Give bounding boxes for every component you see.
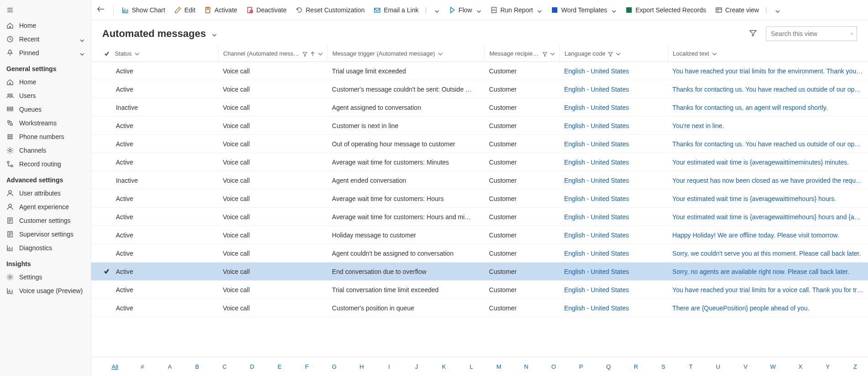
cell-language[interactable]: English - United States: [560, 268, 668, 275]
cell-language[interactable]: English - United States: [560, 122, 668, 129]
cell-localized[interactable]: Sorry, we couldn't serve you at this mom…: [668, 250, 868, 257]
nav-item-pinned[interactable]: Pinned: [0, 46, 91, 60]
cell-language[interactable]: English - United States: [560, 232, 668, 239]
table-row[interactable]: Active Voice call Holiday message to cus…: [91, 226, 868, 244]
pager-f[interactable]: F: [294, 363, 320, 370]
cell-localized[interactable]: You have reached your trial limits for t…: [668, 67, 868, 75]
cell-language[interactable]: English - United States: [560, 250, 668, 257]
create-view-dropdown[interactable]: [769, 5, 785, 15]
email-a-link-dropdown[interactable]: [428, 5, 444, 15]
column-header-localized[interactable]: Localized text: [668, 46, 868, 62]
filter-button[interactable]: [749, 30, 757, 38]
table-row[interactable]: Active Voice call Agent couldn't be assi…: [91, 244, 868, 263]
pager-o[interactable]: O: [541, 363, 567, 370]
pager-r[interactable]: R: [623, 363, 649, 370]
cell-localized[interactable]: Sorry, no agents are available right now…: [668, 268, 868, 275]
export-selected-records-button[interactable]: X Export Selected Records: [621, 4, 711, 16]
cell-language[interactable]: English - United States: [560, 104, 668, 111]
cell-language[interactable]: English - United States: [560, 213, 668, 221]
flow-button[interactable]: Flow: [444, 4, 486, 16]
table-row[interactable]: Active Voice call Customer is next in li…: [91, 117, 868, 135]
cell-localized[interactable]: Your estimated wait time is {averagewait…: [668, 195, 868, 202]
run-report-button[interactable]: Run Report: [486, 4, 547, 16]
nav-item-phone-numbers[interactable]: Phone numbers: [0, 130, 91, 144]
table-row[interactable]: Active Voice call Trial conversation tim…: [91, 281, 868, 299]
pager-e[interactable]: E: [267, 363, 292, 370]
cell-localized[interactable]: Happy Holiday! We are offline today. Ple…: [668, 232, 868, 239]
pager-i[interactable]: I: [376, 363, 402, 370]
pager-z[interactable]: Z: [842, 363, 868, 370]
column-header-trigger[interactable]: Message trigger (Automated message): [327, 46, 484, 62]
pager-d[interactable]: D: [239, 363, 265, 370]
table-row[interactable]: Active Voice call Average wait time for …: [91, 208, 868, 226]
pager-n[interactable]: N: [514, 363, 539, 370]
nav-item-customer-settings[interactable]: Customer settings: [0, 214, 91, 227]
cell-localized[interactable]: Your request has now been closed as we h…: [668, 177, 868, 184]
pager-p[interactable]: P: [568, 363, 594, 370]
pager-x[interactable]: X: [788, 363, 813, 370]
cell-localized[interactable]: There are {QueuePosition} people ahead o…: [668, 304, 868, 312]
activate-button[interactable]: Activate: [200, 4, 242, 16]
pager-t[interactable]: T: [678, 363, 703, 370]
cell-language[interactable]: English - United States: [560, 177, 668, 184]
edit-button[interactable]: Edit: [170, 4, 200, 16]
pager-m[interactable]: M: [486, 363, 512, 370]
table-row[interactable]: Active Voice call Out of operating hour …: [91, 135, 868, 153]
pager-g[interactable]: G: [322, 363, 347, 370]
table-row[interactable]: Active Voice call Average wait time for …: [91, 190, 868, 208]
pager-k[interactable]: K: [431, 363, 457, 370]
cell-language[interactable]: English - United States: [560, 304, 668, 312]
nav-item-queues[interactable]: Queues: [0, 103, 91, 116]
create-view-button[interactable]: Create view: [711, 4, 764, 16]
cell-localized[interactable]: Thanks for contacting us, an agent will …: [668, 104, 868, 111]
pager-q[interactable]: Q: [596, 363, 621, 370]
row-checkbox[interactable]: [102, 268, 111, 274]
nav-item-voice-usage-preview-[interactable]: Voice usage (Preview): [0, 284, 91, 298]
nav-item-home[interactable]: Home: [0, 19, 91, 32]
nav-item-channels[interactable]: Channels: [0, 144, 91, 157]
table-row[interactable]: Active Voice call End conversation due t…: [91, 263, 868, 281]
nav-item-home[interactable]: Home: [0, 75, 91, 89]
cell-localized[interactable]: Your estimated wait time is {averagewait…: [668, 213, 868, 221]
column-header-status[interactable]: Status: [111, 46, 218, 62]
reset-customization-button[interactable]: Reset Customization: [291, 4, 369, 16]
nav-item-supervisor-settings[interactable]: Supervisor settings: [0, 227, 91, 241]
deactivate-button[interactable]: Deactivate: [242, 4, 291, 16]
nav-item-agent-experience[interactable]: Agent experience: [0, 200, 91, 214]
pager-a[interactable]: A: [157, 363, 182, 370]
cell-language[interactable]: English - United States: [560, 140, 668, 148]
column-header-recipient[interactable]: Message recipient (…: [484, 46, 560, 62]
nav-item-diagnostics[interactable]: Diagnostics: [0, 241, 91, 255]
pager-h[interactable]: H: [349, 363, 374, 370]
nav-collapse-button[interactable]: [0, 3, 91, 19]
pager-c[interactable]: C: [212, 363, 237, 370]
table-row[interactable]: Active Voice call Customer's position in…: [91, 299, 868, 317]
cell-localized[interactable]: You're next in line.: [668, 122, 868, 129]
cell-localized[interactable]: Your estimated wait time is {averagewait…: [668, 159, 868, 166]
table-row[interactable]: Inactive Voice call Agent ended conversa…: [91, 171, 868, 190]
search-box[interactable]: [766, 26, 857, 41]
pager-s[interactable]: S: [650, 363, 676, 370]
cell-language[interactable]: English - United States: [560, 195, 668, 202]
nav-item-record-routing[interactable]: Record routing: [0, 157, 91, 171]
cell-language[interactable]: English - United States: [560, 159, 668, 166]
table-row[interactable]: Active Voice call Customer's message cou…: [91, 80, 868, 98]
nav-item-settings[interactable]: Settings: [0, 270, 91, 284]
pager-b[interactable]: B: [184, 363, 210, 370]
cell-language[interactable]: English - United States: [560, 67, 668, 75]
email-a-link-button[interactable]: Email a Link: [369, 4, 423, 16]
nav-item-user-attributes[interactable]: User attributes: [0, 186, 91, 200]
pager-y[interactable]: Y: [815, 363, 841, 370]
view-selector[interactable]: Automated messages: [102, 28, 217, 40]
word-templates-button[interactable]: W Word Templates: [546, 4, 621, 16]
back-button[interactable]: [91, 3, 109, 17]
nav-item-workstreams[interactable]: Workstreams: [0, 116, 91, 130]
column-header-channel[interactable]: Channel (Automated message): [218, 46, 327, 62]
cell-localized[interactable]: You have reached your trial limits for a…: [668, 286, 868, 294]
select-all[interactable]: [102, 51, 111, 57]
pager-v[interactable]: V: [733, 363, 759, 370]
table-row[interactable]: Active Voice call Average wait time for …: [91, 153, 868, 171]
nav-item-recent[interactable]: Recent: [0, 32, 91, 46]
pager-l[interactable]: L: [458, 363, 484, 370]
cell-language[interactable]: English - United States: [560, 86, 668, 93]
